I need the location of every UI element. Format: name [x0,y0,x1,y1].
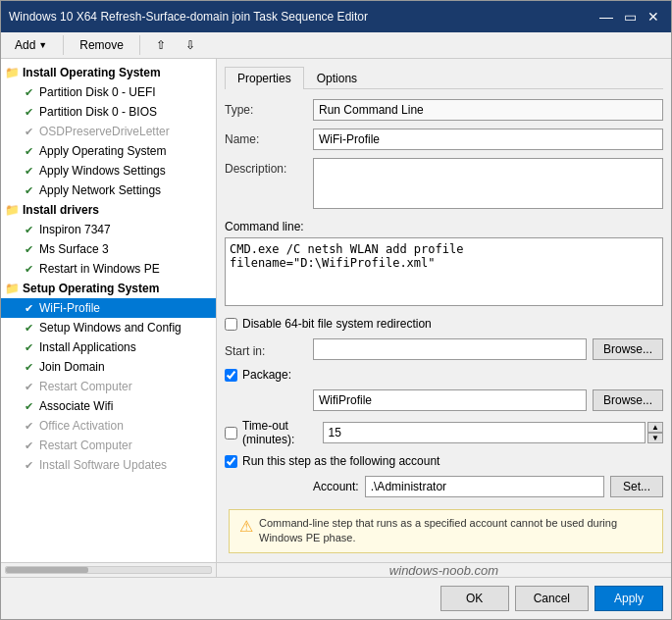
tree-item-associate-wifi[interactable]: ✔ Associate Wifi [1,396,216,416]
item-label: Partition Disk 0 - BIOS [39,105,157,119]
tree-item-surface[interactable]: ✔ Ms Surface 3 [1,239,216,259]
window-title: Windows 10 X64 Refresh-Surface-domain jo… [9,10,368,24]
item-label: Install Software Updates [39,458,167,472]
account-input[interactable] [365,476,604,497]
tree-item-osd[interactable]: ✔ OSDPreserveDriveLetter [1,122,216,141]
tree-item-partition-bios[interactable]: ✔ Partition Disk 0 - BIOS [1,102,216,122]
move-down-button[interactable]: ⇩ [178,35,203,55]
close-button[interactable]: ✕ [644,7,663,26]
tree-item-join-domain[interactable]: ✔ Join Domain [1,357,216,377]
disable-64bit-checkbox[interactable] [225,318,237,331]
timeout-checkbox[interactable] [225,427,237,439]
check-icon: ✔ [21,222,36,237]
browse-package-button[interactable]: Browse... [593,389,663,411]
tree-item-office[interactable]: ✔ Office Activation [1,416,216,436]
move-up-icon: ⇧ [156,38,166,52]
maximize-button[interactable]: ▭ [620,7,640,26]
apply-button[interactable]: Apply [594,586,663,611]
check-icon: ✔ [21,124,36,139]
start-in-label: Start in: [225,340,313,358]
type-control [313,99,663,121]
tree-item-restart2[interactable]: ✔ Restart Computer [1,436,216,455]
group-install-os[interactable]: 📁 Install Operating System [1,63,216,82]
add-label: Add [15,38,35,52]
tree-item-apply-network[interactable]: ✔ Apply Network Settings [1,181,216,200]
timeout-row: Time-out (minutes): ▲ ▼ [225,419,663,446]
cancel-button[interactable]: Cancel [515,586,589,611]
tree-item-inspiron[interactable]: ✔ Inspiron 7347 [1,220,216,239]
group-setup-os[interactable]: 📁 Setup Operating System [1,279,216,298]
item-label: Install Applications [39,340,136,354]
set-button[interactable]: Set... [610,476,663,497]
add-button[interactable]: Add ▼ [7,35,55,55]
ok-button[interactable]: OK [440,586,509,611]
left-scrollbar[interactable] [1,563,217,577]
item-label: Inspiron 7347 [39,223,111,236]
tree-item-apply-os[interactable]: ✔ Apply Operating System [1,141,216,161]
tree-item-setup-windows[interactable]: ✔ Setup Windows and Config [1,318,216,337]
check-icon: ✔ [21,104,36,120]
timeout-label: Time-out (minutes): [242,419,317,446]
warning-text: Command-line step that runs as a specifi… [259,516,652,546]
main-content: 📁 Install Operating System ✔ Partition D… [1,59,671,562]
group-install-drivers[interactable]: 📁 Install drivers [1,200,216,220]
browse-start-in-button[interactable]: Browse... [593,338,663,360]
check-icon: ✔ [21,261,36,277]
check-icon: ✔ [21,359,36,375]
type-input[interactable] [313,99,663,121]
package-label-wrap[interactable]: Package: [225,368,291,382]
toolbar: Add ▼ Remove ⇧ ⇩ [1,32,671,59]
description-label: Description: [225,158,313,176]
tree-item-restart1[interactable]: ✔ Restart Computer [1,377,216,396]
tree-item-apply-windows[interactable]: ✔ Apply Windows Settings [1,161,216,181]
tab-bar: Properties Options [225,67,663,89]
tree-item-wifi-profile[interactable]: ✔ WiFi-Profile [1,298,216,318]
disable-64bit-label[interactable]: Disable 64-bit file system redirection [225,317,432,331]
tab-properties[interactable]: Properties [225,67,304,89]
folder-icon: 📁 [5,203,20,217]
start-in-input[interactable] [313,338,587,360]
timeout-input[interactable] [323,422,646,443]
watermark-bar: windows-noob.com [217,563,671,577]
run-as-label-wrap[interactable]: Run this step as the following account [225,454,439,468]
name-input[interactable] [313,129,663,150]
check-icon: ✔ [21,143,36,159]
item-label: WiFi-Profile [39,301,100,315]
tree-item-partition-uefi[interactable]: ✔ Partition Disk 0 - UEFI [1,82,216,102]
description-input[interactable] [313,158,663,209]
package-check-row: Package: [225,368,663,382]
check-icon: ✔ [21,320,36,336]
item-label: Restart in Windows PE [39,262,160,276]
title-controls: — ▭ ✕ [596,7,663,26]
add-dropdown-icon: ▼ [38,40,47,50]
toolbar-separator [63,35,64,55]
tree-item-install-apps[interactable]: ✔ Install Applications [1,337,216,357]
command-input[interactable]: CMD.exe /C netsh WLAN add profile filena… [225,237,663,306]
tree-item-software-updates[interactable]: ✔ Install Software Updates [1,455,216,475]
tree-item-restart-pe[interactable]: ✔ Restart in Windows PE [1,259,216,279]
bottom-scroll-area: windows-noob.com [1,562,671,577]
command-line-label: Command line: [225,220,304,233]
package-input[interactable] [313,389,587,411]
move-up-button[interactable]: ⇧ [148,35,174,55]
run-as-checkbox[interactable] [225,455,237,468]
item-label: Restart Computer [39,380,132,393]
tab-options[interactable]: Options [304,67,370,89]
check-icon: ✔ [21,379,36,394]
start-in-control: Browse... [313,338,663,360]
group-label: Install drivers [23,203,99,217]
minimize-button[interactable]: — [596,7,616,26]
disable-64bit-row: Disable 64-bit file system redirection [225,317,663,331]
name-label: Name: [225,129,313,146]
timeout-down-button[interactable]: ▼ [647,433,663,443]
account-label: Account: [313,480,359,493]
remove-button[interactable]: Remove [72,35,131,55]
group-label: Setup Operating System [23,282,159,295]
package-checkbox[interactable] [225,369,237,382]
item-label: Apply Network Settings [39,183,161,197]
item-label: Join Domain [39,360,105,374]
check-icon: ✔ [21,241,36,257]
timeout-up-button[interactable]: ▲ [647,422,663,433]
check-icon: ✔ [21,339,36,355]
run-as-row: Run this step as the following account [225,454,663,468]
